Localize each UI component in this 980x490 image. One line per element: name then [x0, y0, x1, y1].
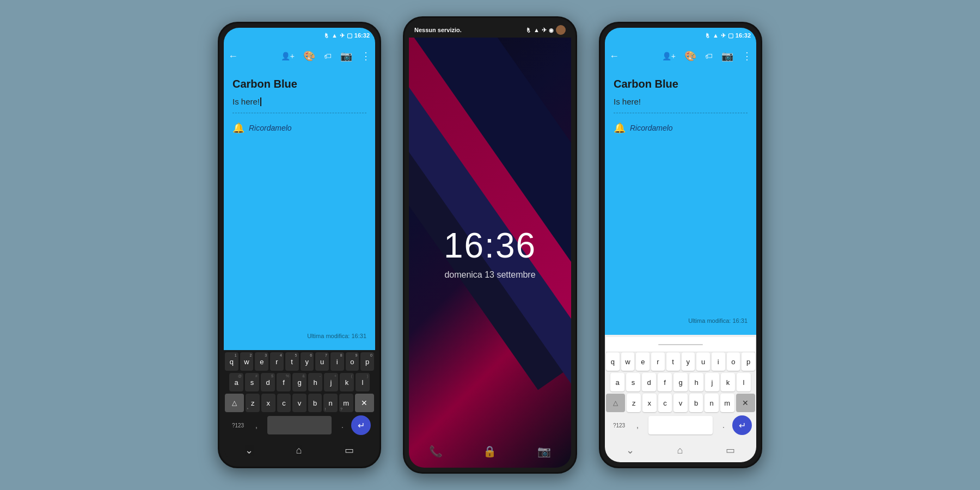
kb-period-left[interactable]: . [336, 421, 349, 430]
back-button-left[interactable]: ← [228, 51, 238, 62]
kb-a[interactable]: a@ [229, 373, 243, 391]
kb-r-z[interactable]: z [627, 394, 641, 412]
nav-back-left[interactable]: ⌄ [245, 444, 253, 456]
kb-r-h[interactable]: h- [689, 373, 703, 391]
kb-enter-right[interactable]: ↵ [732, 415, 752, 435]
kb-g[interactable]: g& [292, 373, 307, 391]
palette-icon-left[interactable]: 🎨 [303, 50, 315, 62]
kb-5[interactable]: t5 [285, 352, 299, 371]
kb-r-m[interactable]: m [720, 394, 734, 412]
kb-r-w[interactable]: w2 [621, 352, 635, 371]
kb-space-left[interactable] [267, 416, 332, 434]
kb-0[interactable]: p0 [360, 352, 374, 371]
kb-r-e[interactable]: e3 [636, 352, 650, 371]
nav-back-right[interactable]: ⌄ [626, 444, 634, 456]
kb-r-s[interactable]: s# [626, 373, 640, 391]
add-person-icon-right[interactable]: 👤+ [662, 52, 676, 60]
kb-s[interactable]: s# [245, 373, 259, 391]
kb-v[interactable]: v [292, 394, 307, 412]
kb-r-y[interactable]: y6 [682, 352, 695, 371]
kb-r-g[interactable]: g& [673, 373, 688, 391]
kb-space-row-right: ?123 , . ↵ [606, 414, 755, 437]
note-body-right[interactable]: Is here! [614, 97, 748, 106]
more-icon-left[interactable]: ⋮ [361, 50, 371, 62]
kb-r-b[interactable]: b [689, 394, 703, 412]
back-button-right[interactable]: ← [609, 51, 619, 62]
kb-enter-left[interactable]: ↵ [351, 415, 371, 435]
kb-b[interactable]: b [308, 394, 322, 412]
lock-time: 16:36 [444, 225, 536, 266]
kb-n[interactable]: n! [323, 394, 338, 412]
kb-r-l[interactable]: l) [737, 373, 751, 391]
camera-icon-right[interactable]: 📷 [721, 50, 733, 62]
kb-space-right[interactable] [648, 416, 713, 434]
kb-r-x[interactable]: x [642, 394, 657, 412]
kb-r-k[interactable]: k( [721, 373, 735, 391]
phone-middle-screen: Nessun servizio. 🖁 ▲ ✈ ◉ [409, 22, 571, 468]
status-bar-middle: Nessun servizio. 🖁 ▲ ✈ ◉ [409, 22, 571, 38]
kb-6[interactable]: y6 [301, 352, 314, 371]
kb-m[interactable]: m? [339, 394, 353, 412]
kb-r-v[interactable]: v [673, 394, 688, 412]
kb-r-a[interactable]: a@ [610, 373, 624, 391]
delete-key-left[interactable]: ✕ [355, 394, 374, 412]
kb-7[interactable]: u7 [315, 352, 329, 371]
kb-comma-right[interactable]: , [631, 421, 644, 430]
kb-c[interactable]: c [277, 394, 291, 412]
reminder-row-left[interactable]: 🔔 Ricordamelo [232, 122, 366, 134]
kb-r-n[interactable]: n [705, 394, 719, 412]
kb-r-p[interactable]: p0 [742, 352, 755, 371]
lock-icon[interactable]: 🔒 [483, 445, 497, 458]
tag-icon-right[interactable]: 🏷 [705, 52, 713, 60]
kb-r-t[interactable]: t5 [666, 352, 680, 371]
nav-recents-left[interactable]: ▭ [345, 444, 354, 456]
lock-phone-icon[interactable]: 📞 [429, 445, 443, 458]
kb-4[interactable]: r4 [270, 352, 284, 371]
kb-x[interactable]: x [261, 394, 275, 412]
kb-comma-left[interactable]: , [250, 421, 263, 430]
kb-r-q[interactable]: q1 [606, 352, 620, 371]
camera-icon-left[interactable]: 📷 [340, 50, 352, 62]
add-person-icon-left[interactable]: 👤+ [281, 52, 295, 60]
kb-r-f[interactable]: f% [658, 373, 672, 391]
nav-home-right[interactable]: ⌂ [677, 445, 683, 456]
delete-key-right[interactable]: ✕ [736, 394, 755, 412]
shift-key-left[interactable]: △ [225, 394, 244, 412]
reminder-row-right[interactable]: 🔔 Ricordamelo [614, 122, 748, 134]
kb-9[interactable]: o9 [346, 352, 359, 371]
kb-2[interactable]: w2 [240, 352, 254, 371]
kb-123-right[interactable]: ?123 [609, 422, 629, 428]
kb-f[interactable]: f% [277, 373, 291, 391]
kb-r-c[interactable]: c [658, 394, 672, 412]
kb-d[interactable]: d$ [261, 373, 275, 391]
kb-period-right[interactable]: . [717, 421, 730, 430]
kb-h[interactable]: h- [308, 373, 322, 391]
phone-right-wrapper: 🖁 ▲ ✈ ▢ 16:32 ← 👤+ 🎨 🏷 📷 ⋮ Carbon Blu [599, 22, 762, 468]
kb-z[interactable]: z* [246, 394, 260, 412]
kb-j[interactable]: j+ [324, 373, 338, 391]
kb-123-left[interactable]: ?123 [228, 422, 248, 428]
shift-key-right[interactable]: △ [606, 394, 625, 412]
tag-icon-left[interactable]: 🏷 [324, 52, 332, 60]
kb-3[interactable]: e3 [255, 352, 268, 371]
kb-8[interactable]: i8 [330, 352, 344, 371]
kb-k[interactable]: k( [340, 373, 354, 391]
kb-r-j[interactable]: j+ [705, 373, 719, 391]
kb-r-o[interactable]: o9 [727, 352, 740, 371]
keyboard-right[interactable]: q1 w2 e3 r4 t5 y6 u7 i8 o9 p0 a@ s# d$ f… [605, 335, 756, 438]
kb-r-d[interactable]: d$ [642, 373, 656, 391]
nav-recents-right[interactable]: ▭ [726, 444, 735, 456]
keyboard-left[interactable]: q1 w2 e3 r4 t5 y6 u7 i8 o9 p0 a@ s# d$ f… [224, 350, 375, 438]
kb-1[interactable]: q1 [225, 352, 238, 371]
note-body-left[interactable]: Is here! [232, 97, 366, 106]
sim-icon-mid: 🖁 [526, 27, 531, 33]
kb-r-r[interactable]: r4 [651, 352, 665, 371]
kb-l[interactable]: l) [356, 373, 370, 391]
phone-right-screen: 🖁 ▲ ✈ ▢ 16:32 ← 👤+ 🎨 🏷 📷 ⋮ Carbon Blu [605, 28, 756, 462]
kb-r-u[interactable]: u7 [696, 352, 710, 371]
more-icon-right[interactable]: ⋮ [742, 50, 752, 62]
palette-icon-right[interactable]: 🎨 [684, 50, 696, 62]
nav-home-left[interactable]: ⌂ [296, 445, 302, 456]
lock-camera-icon[interactable]: 📷 [537, 445, 551, 458]
kb-r-i[interactable]: i8 [712, 352, 725, 371]
